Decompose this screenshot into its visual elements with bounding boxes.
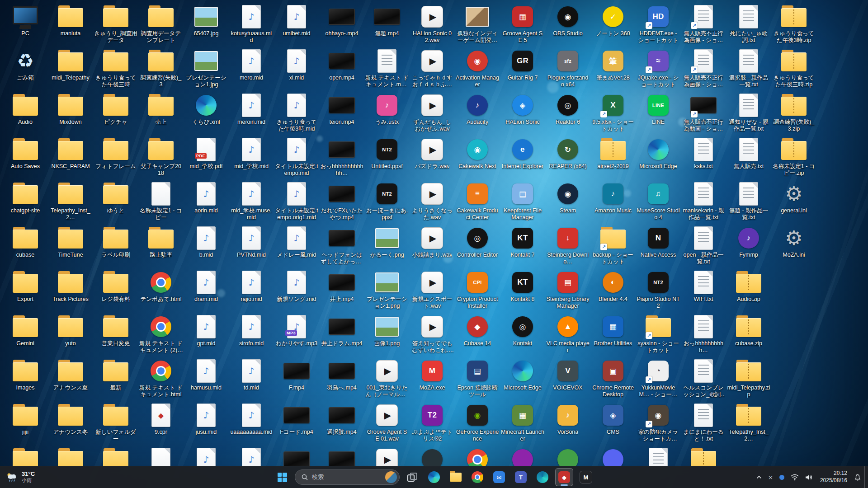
taskbar-app-mail[interactable]: ✉ (490, 468, 508, 486)
network-icon[interactable] (788, 469, 802, 485)
desktop-icon[interactable]: ✓ノートン 360 (590, 2, 636, 46)
desktop-icon[interactable]: KTKontakt 7 (500, 223, 545, 267)
desktop-icon[interactable]: 名称未設定1 - コピー (138, 179, 184, 223)
desktop-icon[interactable]: ◉GeForce Experience (455, 400, 500, 445)
desktop-icon[interactable] (545, 445, 590, 466)
desktop-icon[interactable]: ▶パズドラ.wav (410, 135, 455, 179)
desktop-icon[interactable]: ♪td.mid (229, 356, 274, 400)
desktop-icon[interactable]: フォトフレーム (93, 135, 138, 179)
desktop-icon[interactable]: Telepathy_Inst_2… (48, 179, 93, 223)
desktop-icon[interactable]: midi_Telepathy.zip (726, 356, 771, 400)
desktop-icon[interactable]: maniuta (48, 2, 93, 46)
desktop-icon[interactable]: ↗backup - ショートカット (590, 223, 636, 267)
desktop-icon[interactable]: おっhhhhhhhhhh… (681, 312, 726, 356)
desktop-icon[interactable]: ◐Blender 4.4 (590, 267, 636, 312)
desktop-icon[interactable]: ♪meroin.mid (229, 90, 274, 135)
desktop-icon[interactable]: ♻ごみ箱 (3, 46, 48, 90)
desktop-icon[interactable]: NT2Untitled.ppsf (364, 135, 410, 179)
desktop-icon[interactable]: ピクチャ (93, 90, 138, 135)
desktop-icon[interactable]: きゅうり食ってた午後三時.zip (771, 46, 816, 90)
desktop-icon[interactable]: teion.mp4 (319, 90, 364, 135)
desktop-icon[interactable]: NKSC_PARAM (48, 135, 93, 179)
desktop-icon[interactable]: ♪タイトル未設定.tempo.mid (274, 135, 319, 179)
desktop-icon[interactable]: アナウンス冬 (48, 400, 93, 445)
desktop-icon[interactable]: ♪ (229, 445, 274, 466)
desktop-icon[interactable]: Fコード.mp4 (274, 400, 319, 445)
desktop-icon[interactable]: ⚙MoZA.ini (771, 223, 816, 267)
desktop-icon[interactable]: Auto Saves (3, 135, 48, 179)
desktop-icon[interactable]: ♪タイトル未設定.tempo.orig1.mid (274, 179, 319, 223)
desktop-icon[interactable]: ↓Steinberg Downlo… (545, 223, 590, 267)
desktop-icon[interactable]: ◉Activation Manager (455, 46, 500, 90)
desktop-icon[interactable]: ↗無人販売不正行為画像 - ショートカット (681, 46, 726, 90)
desktop-icon[interactable]: ◉Steam (545, 179, 590, 223)
desktop-icon[interactable]: おっhhhhhhhhhhhh… (319, 135, 364, 179)
desktop-icon[interactable]: GRGuitar Rig 7 (500, 46, 545, 90)
desktop-icon[interactable]: ♪ (184, 445, 229, 466)
desktop-icon[interactable] (500, 445, 545, 466)
desktop-icon[interactable] (455, 445, 500, 466)
desktop-icon[interactable]: 新規 テキスト ドキュメント.html (138, 356, 184, 400)
desktop-icon[interactable]: open.mp4 (319, 46, 364, 90)
desktop-icon[interactable]: ◈HALion Sonic (500, 90, 545, 135)
desktop-icon[interactable]: jijii (3, 400, 48, 445)
desktop-icon[interactable]: ≡Cakewalk Product Center (455, 179, 500, 223)
desktop-icon[interactable]: sfzPlogue sforzando x64 (545, 46, 590, 90)
desktop-icon[interactable]: かるーく.png (364, 223, 410, 267)
desktop-icon[interactable]: ◔↗YukkunMovieM… - ショートカット (636, 356, 681, 400)
desktop-icon[interactable]: ◎Controller Editor (455, 223, 500, 267)
show-desktop-button[interactable] (864, 466, 867, 488)
desktop-icon[interactable]: ▶よりうさくなった.wav (410, 179, 455, 223)
desktop-icon[interactable]: VVOICEVOX (545, 356, 590, 400)
taskbar-app-edge[interactable] (425, 468, 443, 486)
desktop-icon[interactable]: ▤Keepforest File Manager (500, 179, 545, 223)
tray-app-blue-icon[interactable] (777, 469, 787, 485)
desktop-icon[interactable]: ◉Cakewalk Next (455, 135, 500, 179)
desktop-icon[interactable]: ▦Brother Utilities (590, 312, 636, 356)
desktop-icon[interactable]: ♪Fymmp (726, 223, 771, 267)
desktop-icon[interactable]: ♪mid_学校.muse.mid (229, 179, 274, 223)
desktop-icon[interactable]: ◎Reaktor 6 (545, 90, 590, 135)
desktop-icon[interactable]: 選択肢 - 親作品一覧.txt (726, 46, 771, 90)
desktop-icon[interactable]: プレゼンテーション1.jpg (184, 46, 229, 90)
taskbar-app-teams[interactable]: T (512, 468, 530, 486)
desktop-icon[interactable]: くらび.xml (184, 90, 229, 135)
desktop-icon[interactable]: 営業日変更 (93, 312, 138, 356)
desktop-icon[interactable]: ▶新規エクスポート.wav (410, 267, 455, 312)
desktop-icon[interactable]: NT2おーぼーまにあ.ppsf (364, 179, 410, 223)
desktop-icon[interactable]: NT2Piapro Studio NT2 (636, 267, 681, 312)
desktop-icon[interactable]: Export (3, 267, 48, 312)
desktop-icon[interactable]: PDFmid_学校.pdf (184, 135, 229, 179)
desktop-icon[interactable]: ▲VLC media player (545, 312, 590, 356)
desktop-icon[interactable]: Track Pictures (48, 267, 93, 312)
desktop-icon[interactable]: 新規 テキスト ドキュメント.musicxml (364, 46, 410, 90)
desktop-icon[interactable]: ♪umibet.mid (274, 2, 319, 46)
desktop-icon[interactable]: ラベル印刷 (93, 223, 138, 267)
desktop-icon[interactable]: 筆筆まめVer.28 (590, 46, 636, 90)
desktop-icon[interactable]: レジ袋有料 (93, 267, 138, 312)
desktop-icon[interactable]: ◉↗家の防犯カメラ - ショートカット (636, 400, 681, 445)
desktop-icon[interactable]: 調査用データテンプレート (138, 2, 184, 46)
desktop-icon[interactable]: ♪sirofo.mid (229, 312, 274, 356)
desktop-icon[interactable]: ↗無人販売不正行為動画 - ショートカット (681, 90, 726, 135)
desktop-icon[interactable]: ▶HALion Sonic 02.wav (410, 2, 455, 46)
desktop-icon[interactable]: ⚙general.ini (771, 179, 816, 223)
desktop-icon[interactable]: ♪MP3わかりやす.mp3 (274, 312, 319, 356)
desktop-icon[interactable]: ksks.txt (681, 135, 726, 179)
desktop-icon[interactable]: 売上 (138, 90, 184, 135)
volume-icon[interactable] (802, 469, 816, 485)
desktop-icon[interactable]: WIFI.txt (681, 267, 726, 312)
desktop-icon[interactable]: 最新 (93, 356, 138, 400)
desktop-icon[interactable] (636, 445, 681, 466)
desktop-icon[interactable]: 父子キャンプ2018 (138, 135, 184, 179)
desktop-icon[interactable]: ♪うみ.ustx (364, 90, 410, 135)
desktop-icon[interactable]: ▶001_東北きりたん（ノーマル）_今じゃ… (364, 356, 410, 400)
desktop-icon[interactable]: 通知りぜな - 親作品一覧.txt (726, 90, 771, 135)
desktop-icon[interactable]: 井上ドラム.mp4 (319, 312, 364, 356)
desktop-icon[interactable]: ♪mid_学校.mid (229, 135, 274, 179)
desktop-icon[interactable]: T2ぷよぷよ™テトリス®2 (410, 400, 455, 445)
taskbar-app-task-view[interactable] (403, 468, 421, 486)
desktop-icon[interactable]: ▦Groove Agent SE 5 (500, 2, 545, 46)
desktop-icon[interactable]: ◎Kontakt (500, 312, 545, 356)
desktop-icon[interactable]: cubase (3, 223, 48, 267)
